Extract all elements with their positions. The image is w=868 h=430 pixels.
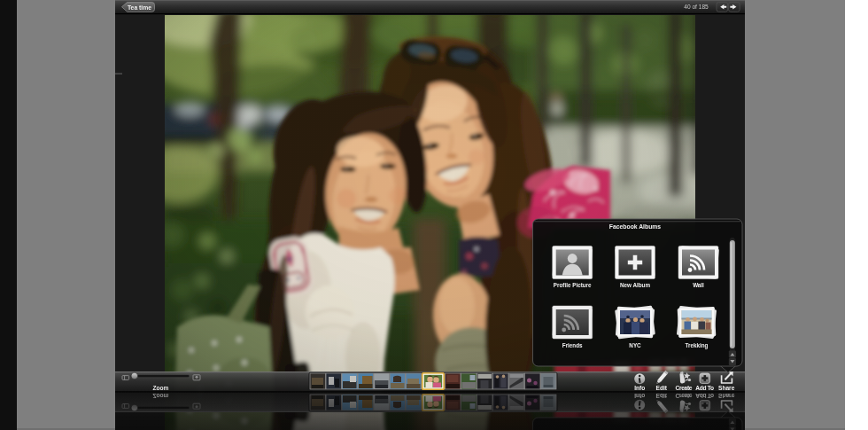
svg-text:New Album: New Album	[620, 282, 650, 288]
svg-text:Zoom: Zoom	[153, 385, 169, 391]
svg-text:Tea time: Tea time	[128, 4, 151, 11]
svg-text:NYC: NYC	[629, 342, 641, 348]
svg-text:Trekking: Trekking	[686, 342, 709, 349]
svg-text:Create: Create	[675, 385, 692, 391]
svg-text:Friends: Friends	[562, 342, 583, 348]
svg-text:Share: Share	[718, 385, 735, 391]
svg-text:40 of 185: 40 of 185	[684, 4, 709, 10]
svg-text:Wall: Wall	[693, 282, 704, 288]
svg-text:Info: Info	[634, 385, 645, 391]
svg-text:Profile Picture: Profile Picture	[554, 282, 592, 288]
svg-text:Edit: Edit	[656, 385, 668, 391]
svg-text:Add To: Add To	[695, 385, 714, 391]
svg-text:Facebook Albums: Facebook Albums	[609, 223, 662, 230]
